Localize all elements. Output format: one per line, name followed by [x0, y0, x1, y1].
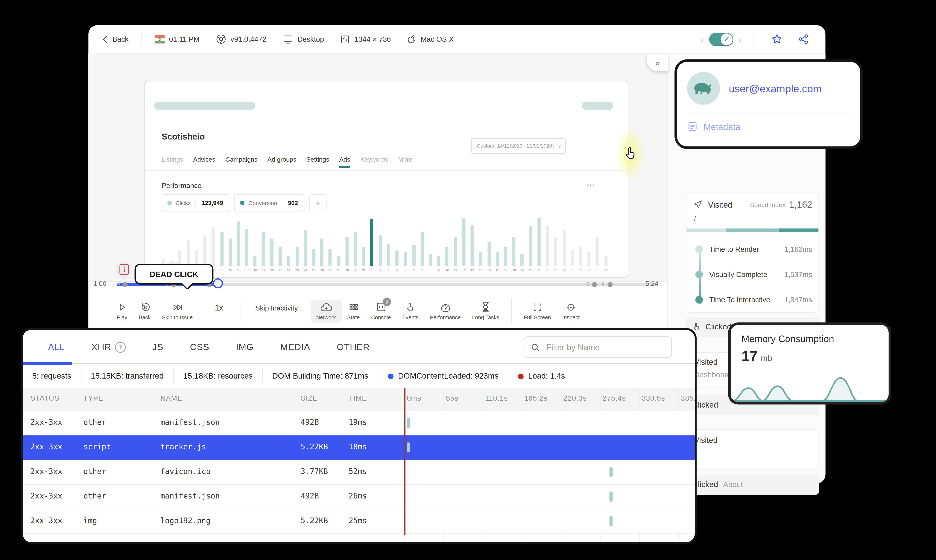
event-echo-marks: ((: [118, 282, 120, 286]
event-item-visited[interactable]: Visited: [686, 429, 819, 469]
chart-bar: [462, 218, 466, 266]
next-session-button[interactable]: ›: [733, 34, 746, 44]
share-button[interactable]: [790, 34, 817, 45]
network-panel: ALLXHR?JSCSSIMGMEDIAOTHER 5: requests15.…: [21, 328, 697, 544]
x-tick-label: 5: [404, 268, 407, 272]
x-tick-label: 29: [345, 268, 348, 272]
event-dot[interactable]: [592, 282, 597, 287]
cell-size: 492B: [301, 492, 319, 500]
chart-bar: [429, 254, 432, 266]
metric-row-time-to-render: Time to Render 1,162ms: [695, 245, 812, 253]
x-tick-label: 17: [504, 268, 507, 272]
add-metric-button[interactable]: +: [309, 194, 326, 211]
network-tab-media[interactable]: MEDIA: [280, 342, 310, 352]
request-row-manifest.json[interactable]: 2xx-3xxothermanifest.json492B26ms: [23, 485, 695, 509]
performance-panel-button[interactable]: Performance: [424, 300, 466, 323]
request-row-manifest.json[interactable]: 2xx-3xxothermanifest.json492B19ms: [23, 411, 695, 435]
site-tab-listings[interactable]: Listings: [162, 156, 183, 167]
site-tab-advices[interactable]: Advices: [193, 156, 215, 167]
x-tick-label: 1: [370, 268, 374, 272]
metric-chip-conversion[interactable]: Conversion 902: [234, 194, 304, 211]
collapse-panel-button[interactable]: »: [647, 54, 668, 71]
chart-bar: [554, 237, 557, 266]
tab-underline: [23, 363, 695, 364]
chart-bar: [253, 256, 257, 266]
time-col-label: 165.2s: [524, 394, 547, 402]
x-tick-label: 16: [237, 268, 240, 272]
state-panel-button[interactable]: State: [341, 300, 365, 323]
previous-session-button[interactable]: ‹: [696, 34, 709, 44]
help-icon[interactable]: ?: [115, 342, 126, 352]
date-range-select[interactable]: Custom: 14/12/2019 - 21/01/2020 ∨: [471, 138, 566, 154]
svg-text:10: 10: [143, 306, 147, 309]
time-col-label: 55s: [446, 394, 458, 402]
filter-box: [524, 336, 672, 358]
network-tab-img[interactable]: IMG: [236, 342, 254, 352]
console-panel-button[interactable]: 3 Console: [365, 299, 396, 323]
skip-inactivity-toggle[interactable]: Skip Inactivity: [255, 304, 298, 312]
x-tick-label: 24: [562, 268, 566, 272]
x-tick-label: 22: [287, 268, 290, 272]
bar-chart-x-axis: 7891011121314151617181920212223242526272…: [162, 268, 608, 272]
x-tick-label: 16: [496, 268, 499, 272]
memory-value: 17: [742, 348, 758, 365]
network-tab-js[interactable]: JS: [153, 342, 163, 352]
player-controls: Play 10 Back Skip to Issue 1x Skip Inact…: [111, 297, 654, 326]
network-panel-button[interactable]: Network: [310, 300, 341, 323]
request-row-tracker.js[interactable]: 2xx-3xxscripttracker.js5.22KB18ms: [23, 435, 695, 460]
cell-size: 5.22KB: [301, 442, 328, 451]
site-tab-settings[interactable]: Settings: [307, 156, 329, 167]
search-icon: [530, 342, 540, 352]
site-tab-more[interactable]: More: [398, 156, 413, 167]
network-tab-all[interactable]: ALL: [48, 342, 65, 352]
event-dot[interactable]: [122, 282, 128, 287]
site-tab-keywords[interactable]: Keywords: [360, 156, 388, 167]
back-10s-button[interactable]: 10 Back: [133, 299, 156, 323]
chart-bar: [212, 227, 215, 266]
x-tick-label: 27: [588, 268, 591, 272]
x-tick-label: 11: [454, 268, 457, 272]
inspect-button[interactable]: Inspect: [557, 300, 585, 323]
events-panel-button[interactable]: Events: [396, 300, 424, 323]
playback-speed-button[interactable]: 1x: [215, 303, 223, 312]
request-row-logo192.png[interactable]: 2xx-3xximglogo192.png5.22KB25ms: [23, 509, 695, 534]
site-tab-ads[interactable]: Ads: [339, 156, 350, 167]
play-button[interactable]: Play: [111, 300, 133, 323]
x-tick-label: 14: [220, 268, 223, 272]
network-tab-xhr[interactable]: XHR?: [91, 342, 126, 352]
event-dot[interactable]: [608, 282, 612, 287]
site-tab-ad-groups[interactable]: Ad groups: [267, 156, 296, 167]
filter-input[interactable]: [545, 342, 671, 352]
cell-type: script: [83, 442, 111, 451]
chart-bar: [537, 218, 540, 266]
chart-bar: [220, 232, 223, 266]
site-tab-campaigns[interactable]: Campaigns: [225, 156, 258, 167]
autoplay-toggle[interactable]: ✓: [709, 32, 733, 46]
chart-bar: [370, 219, 374, 266]
back-button[interactable]: Back: [102, 35, 129, 43]
user-email[interactable]: user@example.com: [729, 82, 822, 94]
event-item-clicked-about[interactable]: Clicked About: [686, 474, 819, 495]
x-tick-label: 20: [270, 268, 273, 272]
clicks-dot-icon: [167, 201, 172, 205]
request-row-favicon.ico[interactable]: 2xx-3xxotherfavicon.ico3.77KB52ms: [23, 460, 695, 485]
request-timing-bar: [609, 467, 613, 477]
metadata-link[interactable]: Metadata: [677, 114, 860, 132]
metric-chip-clicks[interactable]: Clicks 123,949: [162, 194, 230, 211]
more-menu-icon[interactable]: •••: [587, 182, 595, 189]
x-tick-label: 6: [412, 268, 415, 272]
col-status: STATUS: [30, 394, 59, 402]
x-tick-label: 22: [546, 268, 549, 272]
cell-name: tracker.js: [160, 442, 206, 451]
cell-size: 5.22KB: [301, 516, 328, 525]
chart-bar: [446, 247, 449, 266]
full-screen-button[interactable]: Full Screen: [518, 300, 557, 323]
topbar-divider: [753, 31, 753, 47]
skip-to-issue-button[interactable]: Skip to Issue: [156, 300, 199, 323]
favorite-star-button[interactable]: [763, 34, 790, 45]
playhead-handle[interactable]: [213, 278, 223, 288]
network-tab-css[interactable]: CSS: [190, 342, 210, 352]
long-tasks-panel-button[interactable]: Long Tasks: [466, 299, 505, 323]
network-tab-other[interactable]: OTHER: [337, 342, 370, 352]
visited-event-card[interactable]: Visited Speed Index 1,162 / Time to Rend…: [686, 192, 819, 313]
